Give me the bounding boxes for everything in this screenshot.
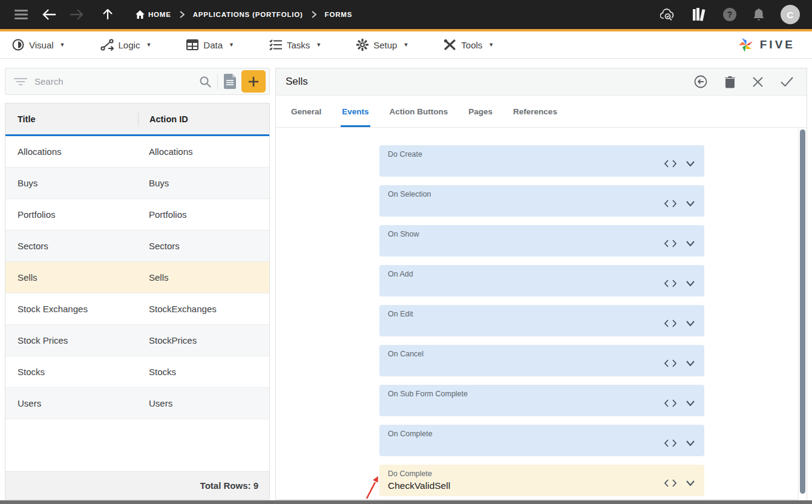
chevron-down-icon[interactable]: [686, 241, 695, 246]
cell-title: Buys: [5, 178, 138, 188]
event-field-on-show[interactable]: On Show: [379, 225, 704, 257]
code-icon[interactable]: [664, 399, 676, 407]
cell-title: Stock Prices: [5, 335, 138, 345]
up-arrow-icon[interactable]: [103, 9, 113, 20]
event-row-on-selection: On Selection VIEW: [379, 185, 799, 217]
notifications-bell-icon[interactable]: [753, 8, 765, 22]
menu-tasks[interactable]: Tasks ▼: [269, 39, 321, 50]
menu-visual[interactable]: Visual ▼: [12, 39, 65, 51]
table-row-allocations[interactable]: Allocations Allocations: [5, 136, 269, 168]
event-row-on-add: On Add VIEW: [379, 265, 799, 296]
add-record-button[interactable]: [241, 70, 266, 93]
table-row-buys[interactable]: Buys Buys: [5, 168, 269, 199]
save-check-icon[interactable]: [781, 77, 793, 87]
chevron-down-icon[interactable]: [686, 321, 695, 326]
code-icon[interactable]: [664, 319, 676, 327]
chevron-down-icon[interactable]: [686, 480, 695, 486]
library-books-icon[interactable]: [692, 8, 707, 21]
breadcrumb-applications[interactable]: APPLICATIONS (PORTFOLIO): [193, 11, 303, 18]
chevron-down-icon[interactable]: [686, 440, 695, 446]
table-header-row: Title Action ID: [5, 103, 269, 136]
five-logo-text: FIVE: [760, 38, 795, 51]
close-icon[interactable]: [753, 77, 763, 87]
table-row-stocks[interactable]: Stocks Stocks: [5, 356, 269, 388]
menu-setup[interactable]: Setup ▼: [356, 39, 408, 51]
event-field-on-complete[interactable]: On Complete: [379, 425, 704, 456]
tab-action-buttons[interactable]: Action Buttons: [379, 96, 459, 127]
chevron-down-icon[interactable]: [686, 281, 695, 286]
table-row-sectors[interactable]: Sectors Sectors: [5, 231, 269, 262]
menu-logic[interactable]: Logic ▼: [100, 39, 152, 51]
table-row-portfolios[interactable]: Portfolios Portfolios: [5, 199, 269, 231]
code-icon[interactable]: [664, 280, 676, 287]
breadcrumb-forms-label: FORMS: [325, 11, 353, 18]
column-header-action-id[interactable]: Action ID: [138, 112, 269, 126]
chevron-right-icon: [312, 11, 316, 18]
event-field-on-edit[interactable]: On Edit: [379, 305, 704, 336]
menu-tools[interactable]: Tools ▼: [444, 39, 494, 51]
horizontal-scrollbar[interactable]: [0, 500, 812, 504]
code-icon[interactable]: [664, 160, 676, 168]
code-icon[interactable]: [664, 359, 676, 367]
filter-icon[interactable]: [14, 77, 27, 86]
logic-icon: [100, 39, 114, 51]
search-input[interactable]: [34, 76, 199, 87]
event-row-on-cancel: On Cancel VIEW: [379, 345, 799, 376]
column-header-title[interactable]: Title: [5, 114, 138, 124]
revert-icon[interactable]: [694, 75, 707, 88]
page-title: Sells: [286, 76, 308, 88]
event-row-do-complete: Do Complete CheckValidSell VIEW: [379, 465, 799, 496]
chevron-down-icon[interactable]: [686, 161, 695, 166]
back-arrow-icon[interactable]: [42, 9, 56, 20]
caret-down-icon: ▼: [229, 42, 234, 48]
chevron-down-icon[interactable]: [686, 201, 695, 206]
field-label: On Selection: [388, 190, 696, 198]
event-field-on-selection[interactable]: On Selection: [379, 185, 704, 217]
event-field-on-add[interactable]: On Add: [379, 265, 704, 296]
event-field-do-create[interactable]: Do Create: [379, 145, 704, 177]
help-icon[interactable]: ?: [722, 7, 737, 22]
table-row-users[interactable]: Users Users: [5, 388, 269, 419]
cell-title: Stock Exchanges: [5, 304, 138, 314]
tab-events[interactable]: Events: [332, 96, 379, 127]
table-row-stock-prices[interactable]: Stock Prices StockPrices: [5, 325, 269, 356]
tab-references[interactable]: References: [503, 96, 568, 127]
form-detail-panel: Sells General Events Action Buttons Page…: [275, 68, 807, 500]
search-icon[interactable]: [199, 76, 211, 88]
detail-tabs: General Events Action Buttons Pages Refe…: [276, 96, 807, 128]
code-icon[interactable]: [664, 240, 676, 247]
code-icon[interactable]: [664, 200, 676, 208]
cell-title: Allocations: [5, 146, 138, 157]
event-field-on-sub-form-complete[interactable]: On Sub Form Complete: [379, 385, 704, 416]
menu-data[interactable]: Data ▼: [186, 39, 234, 50]
cell-title: Portfolios: [5, 209, 138, 220]
cloud-inspect-icon[interactable]: [660, 8, 676, 21]
tab-pages[interactable]: Pages: [458, 96, 503, 127]
code-icon[interactable]: [664, 439, 676, 447]
table-row-stock-exchanges[interactable]: Stock Exchanges StockExchanges: [5, 293, 269, 325]
event-field-on-cancel[interactable]: On Cancel: [379, 345, 704, 376]
chevron-down-icon[interactable]: [686, 401, 695, 406]
hamburger-menu-icon[interactable]: [15, 10, 28, 19]
field-label: On Complete: [388, 430, 696, 438]
event-field-do-complete[interactable]: Do Complete CheckValidSell: [379, 465, 704, 496]
cell-title: Stocks: [5, 367, 138, 377]
tab-general[interactable]: General: [281, 96, 332, 127]
horizontal-scrollbar-thumb[interactable]: [0, 500, 812, 504]
vertical-scrollbar-thumb[interactable]: [800, 129, 805, 494]
table-row-sells-selected[interactable]: Sells Sells: [5, 262, 269, 293]
document-icon[interactable]: [224, 74, 237, 89]
cell-action-id: Allocations: [138, 146, 269, 157]
breadcrumb-forms[interactable]: FORMS: [325, 11, 353, 18]
menu-data-label: Data: [203, 40, 223, 50]
caret-down-icon: ▼: [316, 42, 321, 48]
avatar[interactable]: C: [781, 5, 800, 24]
delete-icon[interactable]: [725, 76, 735, 88]
visual-icon: [12, 39, 24, 51]
vertical-scrollbar[interactable]: [798, 128, 807, 500]
event-row-on-complete: On Complete VIEW: [379, 425, 799, 456]
chevron-down-icon[interactable]: [686, 361, 695, 366]
forward-arrow-icon[interactable]: [70, 9, 83, 20]
code-icon[interactable]: [664, 479, 676, 487]
breadcrumb-home[interactable]: HOME: [136, 10, 171, 19]
